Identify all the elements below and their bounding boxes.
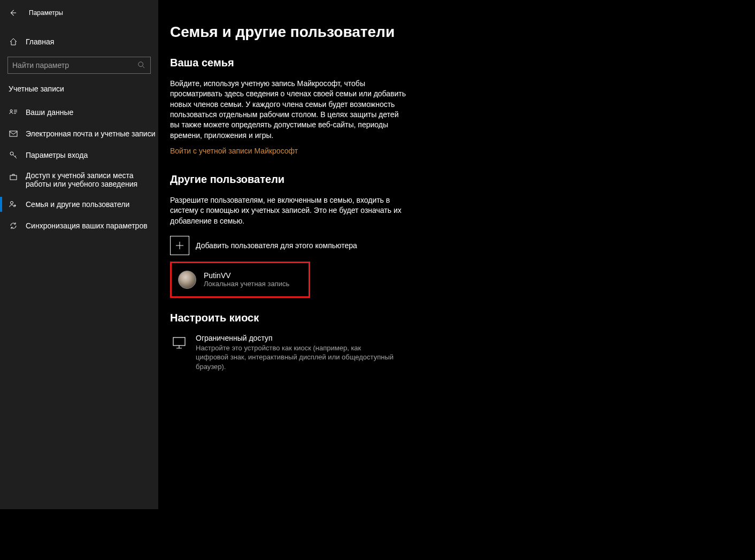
sidebar: Параметры Главная Учетные записи Ваши да… (0, 0, 158, 509)
family-heading: Ваша семья (170, 57, 665, 69)
sidebar-item-label: Синхронизация ваших параметров (26, 221, 148, 230)
sidebar-item-label: Семья и другие пользователи (26, 200, 129, 209)
page-title: Семья и другие пользователи (170, 24, 665, 41)
user-account-item[interactable]: PutinVV Локальная учетная запись (170, 262, 310, 298)
home-icon (9, 37, 18, 47)
svg-rect-6 (173, 337, 185, 346)
home-link[interactable]: Главная (0, 31, 158, 52)
kiosk-setup-button[interactable]: Ограниченный доступ Настройте это устрой… (170, 334, 395, 372)
home-label: Главная (26, 37, 54, 46)
other-users-description: Разрешите пользователям, не включенным в… (170, 195, 407, 226)
svg-point-1 (10, 110, 12, 112)
signin-link[interactable]: Войти с учетной записи Майкрософт (170, 147, 298, 155)
family-description: Войдите, используя учетную запись Майкро… (170, 79, 407, 141)
back-button[interactable] (9, 9, 17, 17)
key-icon (9, 150, 18, 160)
people-icon (9, 200, 18, 209)
kiosk-heading: Настроить киоск (170, 312, 665, 324)
kiosk-description: Настройте это устройство как киоск (напр… (196, 343, 395, 372)
svg-point-0 (138, 62, 143, 67)
search-icon (137, 61, 146, 70)
titlebar: Параметры (0, 4, 158, 21)
monitor-icon (170, 334, 188, 352)
search-input[interactable] (12, 61, 137, 70)
add-user-label: Добавить пользователя для этого компьюте… (196, 241, 357, 250)
sidebar-item-sync[interactable]: Синхронизация ваших параметров (0, 215, 158, 236)
svg-point-5 (11, 202, 13, 204)
kiosk-info: Ограниченный доступ Настройте это устрой… (196, 334, 395, 372)
sidebar-item-label: Параметры входа (26, 151, 88, 159)
id-card-icon (9, 108, 18, 117)
sync-icon (9, 221, 18, 231)
main-content: Семья и другие пользователи Ваша семья В… (158, 0, 687, 509)
window-title: Параметры (29, 9, 63, 17)
sidebar-item-family[interactable]: Семья и другие пользователи (0, 194, 158, 215)
user-name: PutinVV (204, 271, 289, 280)
svg-rect-2 (10, 131, 17, 136)
other-users-heading: Другие пользователи (170, 173, 665, 186)
svg-rect-4 (10, 175, 17, 180)
sidebar-item-signin-options[interactable]: Параметры входа (0, 144, 158, 166)
sidebar-item-label: Ваши данные (26, 108, 73, 117)
user-type: Локальная учетная запись (204, 280, 289, 288)
sidebar-item-email[interactable]: Электронная почта и учетные записи (0, 123, 158, 144)
briefcase-icon (9, 172, 18, 182)
kiosk-title: Ограниченный доступ (196, 334, 395, 342)
search-box[interactable] (7, 57, 151, 74)
mail-icon (9, 129, 18, 139)
sidebar-item-your-info[interactable]: Ваши данные (0, 102, 158, 123)
add-user-button[interactable]: Добавить пользователя для этого компьюте… (170, 236, 665, 255)
sidebar-item-work-access[interactable]: Доступ к учетной записи места работы или… (0, 166, 158, 194)
sidebar-item-label: Электронная почта и учетные записи (26, 129, 155, 138)
plus-icon (170, 236, 189, 255)
user-info: PutinVV Локальная учетная запись (204, 271, 289, 288)
sidebar-category: Учетные записи (0, 82, 158, 102)
sidebar-item-label: Доступ к учетной записи места работы или… (26, 171, 149, 188)
avatar (178, 271, 196, 289)
